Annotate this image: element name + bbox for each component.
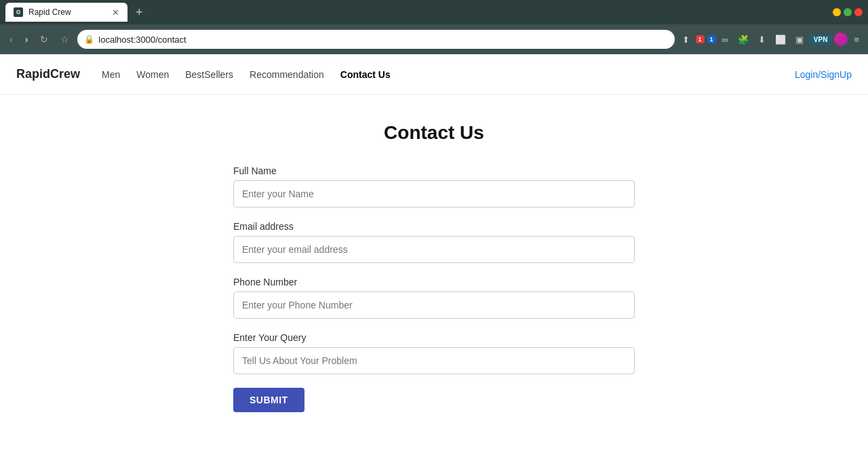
brand-logo[interactable]: RapidCrew — [16, 67, 80, 81]
nav-bestsellers[interactable]: BestSellers — [185, 69, 233, 80]
query-label: Enter Your Query — [233, 332, 635, 343]
close-window-button[interactable] — [854, 8, 863, 16]
infinity-icon[interactable]: ∞ — [719, 33, 732, 47]
phone-input[interactable] — [233, 292, 635, 319]
minimize-button[interactable] — [833, 8, 841, 16]
url-text: localhost:3000/contact — [98, 35, 667, 45]
email-input[interactable] — [233, 236, 635, 263]
browser-actions: ⬆ 1 1 ∞ 🧩 ⬇ ⬜ ▣ VPN ≡ — [679, 33, 863, 47]
tab-title: Rapid Crew — [28, 7, 71, 17]
query-group: Enter Your Query — [233, 332, 635, 374]
page-content: RapidCrew Men Women BestSellers Recommen… — [0, 54, 868, 461]
nav-men[interactable]: Men — [102, 69, 120, 80]
new-tab-button[interactable]: + — [130, 5, 149, 20]
full-name-group: Full Name — [233, 165, 635, 207]
window-icon[interactable]: ⬜ — [772, 33, 789, 47]
email-label: Email address — [233, 221, 635, 232]
profile-avatar[interactable] — [834, 33, 848, 46]
login-signup-link[interactable]: Login/SignUp — [795, 69, 852, 80]
active-tab[interactable]: ⚙ Rapid Crew ✕ — [5, 3, 127, 22]
reload-button[interactable]: ↻ — [36, 31, 52, 47]
share-icon[interactable]: ⬆ — [679, 33, 693, 47]
title-bar: ⚙ Rapid Crew ✕ + — [0, 0, 868, 24]
bookmark-button[interactable]: ☆ — [56, 31, 73, 47]
extension-badge-red[interactable]: 1 — [696, 35, 705, 43]
phone-label: Phone Number — [233, 277, 635, 287]
submit-button[interactable]: SUBMIT — [233, 388, 304, 412]
contact-form-container: Contact Us Full Name Email address Phone… — [217, 122, 651, 412]
nav-contact[interactable]: Contact Us — [340, 69, 391, 80]
picture-in-picture-icon[interactable]: ▣ — [792, 33, 807, 47]
address-bar: ‹ › ↻ ☆ 🔒 localhost:3000/contact ⬆ 1 1 ∞… — [0, 24, 868, 54]
maximize-button[interactable] — [844, 8, 852, 16]
full-name-input[interactable] — [233, 180, 635, 207]
nav-women[interactable]: Women — [136, 69, 169, 80]
full-name-label: Full Name — [233, 165, 635, 176]
vpn-badge[interactable]: VPN — [810, 35, 832, 45]
email-group: Email address — [233, 221, 635, 263]
nav-recommendation[interactable]: Recommendation — [250, 69, 324, 80]
url-input[interactable]: 🔒 localhost:3000/contact — [77, 30, 674, 49]
nav-links: Men Women BestSellers Recommendation Con… — [102, 68, 391, 81]
phone-group: Phone Number — [233, 277, 635, 319]
extension-badge-blue[interactable]: 1 — [707, 35, 716, 43]
navbar: RapidCrew Men Women BestSellers Recommen… — [0, 54, 868, 95]
download-icon[interactable]: ⬇ — [755, 33, 769, 47]
window-controls — [833, 8, 863, 16]
tab-favicon: ⚙ — [14, 7, 23, 17]
menu-button[interactable]: ≡ — [850, 33, 863, 47]
form-title: Contact Us — [233, 122, 635, 144]
back-button[interactable]: ‹ — [5, 31, 17, 47]
tab-close-button[interactable]: ✕ — [112, 7, 119, 18]
forward-button[interactable]: › — [21, 31, 33, 47]
query-input[interactable] — [233, 347, 635, 374]
security-lock-icon: 🔒 — [84, 35, 94, 44]
puzzle-icon[interactable]: 🧩 — [734, 33, 752, 47]
